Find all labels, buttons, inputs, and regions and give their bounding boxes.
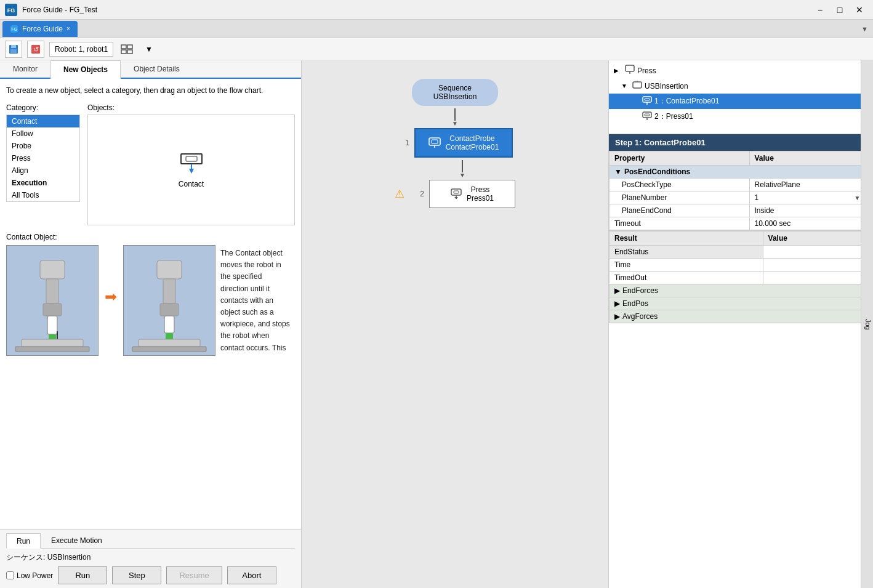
run-button[interactable]: Run [58, 566, 107, 584]
result-time: Time [609, 259, 866, 272]
force-guide-tab[interactable]: FG Force Guide × [2, 21, 78, 37]
step-header: Step 1: ContactProbe01 [609, 134, 873, 151]
tab-close-button[interactable]: × [66, 25, 70, 32]
category-all-tools[interactable]: All Tools [7, 189, 79, 201]
tree-item-press01[interactable]: 2：Press01 [609, 109, 873, 124]
tab-execute-motion[interactable]: Execute Motion [41, 533, 113, 548]
svg-rect-27 [163, 279, 175, 304]
robot-label: Robot: 1, robot1 [49, 42, 113, 57]
contact-object-item[interactable]: Contact [171, 147, 212, 193]
low-power-checkbox[interactable] [6, 571, 14, 579]
svg-rect-10 [127, 45, 132, 49]
instruction-text: To create a new object, select a categor… [6, 85, 295, 96]
category-contact[interactable]: Contact [7, 115, 79, 127]
category-label: Category: [6, 103, 80, 112]
category-probe[interactable]: Probe [7, 140, 79, 152]
svg-rect-32 [132, 347, 206, 352]
tab-label: Force Guide [22, 25, 63, 33]
center-canvas: Sequence USBInsertion 1 ContactProbe [302, 60, 608, 588]
step2-number: 2 [412, 190, 424, 198]
prop-timeout-value: 10.000 sec [749, 217, 866, 230]
app-icon: FG [5, 4, 17, 16]
result-end-forces[interactable]: ▶EndForces [609, 284, 866, 297]
plane-number-dropdown-arrow[interactable]: ▼ [854, 195, 860, 201]
run-tabs: Run Execute Motion [6, 533, 295, 549]
svg-rect-17 [40, 260, 65, 279]
tab-monitor[interactable]: Monitor [0, 60, 50, 78]
tree-usb-label: USBInsertion [645, 82, 688, 91]
minimize-button[interactable]: − [811, 3, 829, 17]
result-end-pos-label: ▶EndPos [609, 297, 866, 310]
svg-rect-13 [181, 154, 202, 164]
tree-item-press[interactable]: ▶ Press [609, 63, 873, 78]
contact-arrow: ➡ [99, 288, 123, 305]
resume-button[interactable]: Resume [166, 566, 222, 584]
tree-item-usb[interactable]: ▼ USBInsertion [609, 78, 873, 94]
svg-rect-14 [186, 156, 197, 161]
category-align[interactable]: Align [7, 164, 79, 177]
prop-group-pos-end[interactable]: ▼PosEndConditions [609, 166, 866, 179]
svg-rect-37 [454, 191, 459, 193]
result-col-value: Value [763, 232, 866, 246]
category-press[interactable]: Press [7, 152, 79, 164]
prop-plane-number-value[interactable]: 1 ▼ [749, 191, 866, 204]
usb-tree-icon [632, 80, 642, 92]
sub-tabs: Monitor New Objects Object Details [0, 60, 301, 79]
reload-button[interactable]: ↺ [27, 41, 44, 58]
prop-pos-end-label: ▼PosEndConditions [609, 166, 866, 179]
svg-rect-47 [643, 112, 651, 118]
step-button[interactable]: Step [112, 566, 161, 584]
result-avg-forces-label: ▶AvgForces [609, 310, 866, 323]
contact-section: Contact Object: [6, 233, 295, 356]
abort-button[interactable]: Abort [227, 566, 276, 584]
prop-timeout-label: Timeout [609, 217, 750, 230]
tab-new-objects[interactable]: New Objects [50, 60, 121, 79]
close-button[interactable]: ✕ [851, 3, 868, 17]
category-follow[interactable]: Follow [7, 127, 79, 140]
result-avg-forces[interactable]: ▶AvgForces [609, 310, 866, 323]
svg-rect-28 [160, 304, 179, 316]
usb-expand-icon: ▼ [621, 83, 630, 89]
settings-button[interactable] [118, 41, 135, 58]
step1-row: 1 ContactProbe ContactProbe01 [397, 128, 513, 158]
maximize-button[interactable]: □ [831, 3, 848, 17]
category-execution[interactable]: Execution [7, 177, 79, 189]
save-button[interactable] [5, 41, 22, 58]
result-section: Result Value EndStatus Time [609, 230, 873, 323]
prop-plane-number[interactable]: PlaneNumber 1 ▼ [609, 191, 866, 204]
grid-icon [121, 44, 133, 54]
dropdown-button[interactable]: ▼ [140, 41, 158, 58]
press-node[interactable]: Press Press01 [429, 180, 515, 208]
jog-tab[interactable]: Jog [861, 60, 873, 588]
properties-table: Property Value ▼PosEndConditions PosChec… [609, 151, 866, 230]
result-end-pos[interactable]: ▶EndPos [609, 297, 866, 310]
svg-rect-44 [643, 97, 651, 102]
prop-col-value: Value [749, 151, 866, 166]
sequence-label: シーケンス: USBInsertion [6, 552, 295, 563]
low-power-label[interactable]: Low Power [6, 571, 53, 580]
contact-probe-node[interactable]: ContactProbe ContactProbe01 [414, 128, 513, 158]
save-icon [9, 44, 18, 54]
tree-item-contact-probe[interactable]: 1：ContactProbe01 [609, 94, 873, 109]
tab-run[interactable]: Run [6, 533, 41, 549]
press-expand-icon: ▶ [614, 67, 622, 74]
tab-object-details[interactable]: Object Details [121, 60, 193, 78]
right-panel: ▶ Press ▼ USBInsertion 1：Con [608, 60, 873, 588]
result-time-value [763, 259, 866, 272]
warning-icon: ⚠ [395, 187, 404, 201]
svg-text:↺: ↺ [33, 46, 39, 53]
prop-plane-end-cond-label: PlaneEndCond [609, 204, 750, 217]
press01-tree-icon [642, 111, 652, 123]
result-time-label: Time [609, 259, 763, 272]
svg-rect-45 [645, 99, 650, 100]
svg-rect-42 [633, 82, 642, 88]
contact-images-row: ➡ [6, 245, 295, 356]
cp-tree-icon [642, 95, 652, 107]
result-end-forces-label: ▶EndForces [609, 284, 866, 297]
flow-chart: Sequence USBInsertion 1 ContactProbe [395, 79, 515, 208]
tab-scroll-button[interactable]: ▼ [859, 25, 871, 33]
prop-timeout: Timeout 10.000 sec [609, 217, 866, 230]
step1-number: 1 [397, 139, 409, 147]
sequence-node[interactable]: Sequence USBInsertion [412, 79, 498, 106]
contact-object-label: Contact [179, 180, 204, 188]
